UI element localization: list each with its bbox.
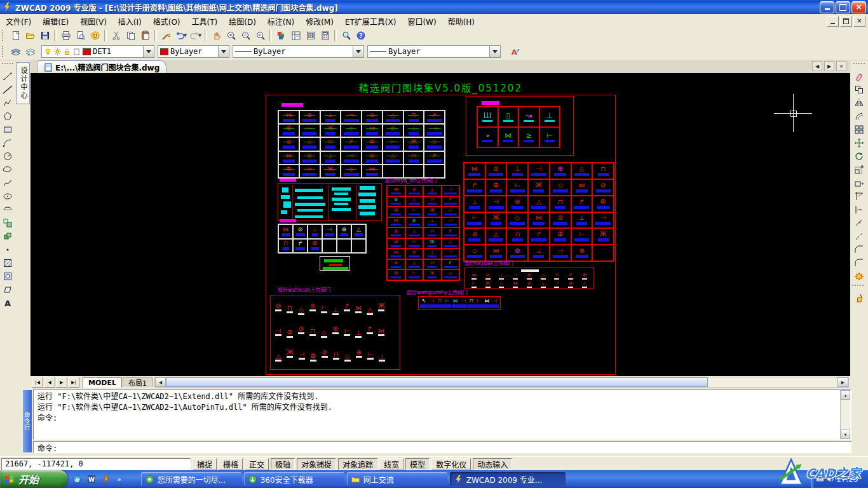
toggle-tablet[interactable]: 数字化仪 <box>431 458 471 470</box>
insert-block-button[interactable] <box>1 216 15 229</box>
command-input[interactable]: 命令: <box>33 441 851 453</box>
array-button[interactable] <box>852 123 866 136</box>
toggle-grid[interactable]: 栅格 <box>219 458 243 470</box>
tab-layout1[interactable]: 布局1 <box>123 377 153 387</box>
menu-item[interactable]: 修改(M) <box>300 14 339 29</box>
design-center-button[interactable] <box>288 29 303 43</box>
menu-item[interactable]: 视图(V) <box>74 14 112 29</box>
erase-button[interactable] <box>852 69 866 83</box>
stretch-button[interactable] <box>852 176 866 189</box>
make-block-button[interactable] <box>1 229 15 243</box>
toggle-polar[interactable]: 极轴 <box>271 458 295 470</box>
menu-item[interactable]: 格式(O) <box>147 14 186 29</box>
menu-item[interactable]: 文件(F) <box>0 14 37 29</box>
purge-button[interactable] <box>852 291 866 304</box>
next-tab-button[interactable]: ▶ <box>56 377 67 388</box>
scroll-up-button[interactable]: ▲ <box>841 390 850 400</box>
zoom-window-button[interactable] <box>238 29 253 43</box>
open-button[interactable] <box>23 29 37 43</box>
lineweight-combo[interactable]: ByLayer <box>367 45 501 58</box>
minimize-button[interactable] <box>820 1 834 13</box>
clock[interactable]: 17:25 <box>836 475 858 484</box>
rectangle-button[interactable] <box>1 123 15 136</box>
copy-button[interactable] <box>123 29 138 43</box>
horizontal-scrollbar[interactable]: ◀ ▶ <box>154 377 849 388</box>
plot-button[interactable] <box>58 29 73 43</box>
tool-palettes-button[interactable] <box>303 29 318 43</box>
ie-quicklaunch-button[interactable]: e <box>71 473 83 485</box>
color-combo[interactable]: ByLayer <box>158 45 229 58</box>
toggle-osnap[interactable]: 对象捕捉 <box>297 458 336 470</box>
start-button[interactable]: 开始 <box>0 470 67 488</box>
layer-combo-dropdown[interactable] <box>143 46 154 57</box>
last-tab-button[interactable]: ▶| <box>68 377 79 388</box>
paste-button[interactable] <box>138 29 153 43</box>
arc-button[interactable] <box>1 136 15 149</box>
menu-item[interactable]: 编辑(E) <box>37 14 74 29</box>
close-button[interactable]: × <box>851 1 866 13</box>
word-quicklaunch-button[interactable]: W <box>85 473 97 485</box>
text-style-button[interactable]: A <box>508 44 522 58</box>
save-button[interactable] <box>37 29 52 43</box>
layer-combo[interactable]: DET1 <box>41 45 154 58</box>
scale-button[interactable] <box>852 163 866 176</box>
construction-line-button[interactable] <box>1 83 15 96</box>
text-button[interactable]: A <box>1 296 15 309</box>
scroll-right-button[interactable]: ▶ <box>837 377 848 387</box>
menu-item[interactable]: 绘图(D) <box>223 14 262 29</box>
rotate-button[interactable] <box>852 149 866 163</box>
new-button[interactable] <box>8 29 23 43</box>
offset-button[interactable] <box>852 109 866 123</box>
prev-tab-button[interactable]: ◀ <box>44 377 55 388</box>
tab-next-button[interactable]: ▶ <box>824 61 834 71</box>
command-history[interactable]: 运行 "F:\软件类\中望CA~1\ZWCAD2~1\Extend.dll" 所… <box>33 390 851 440</box>
command-window-titlebar[interactable]: 命令行 <box>23 390 32 452</box>
drawing-canvas[interactable]: 精选阀门图块集V5.0版_051202⋈⊘⊥⊣⊕△⊓↱Ф⊢Ж◇⋈⊘⊥⊣⊕△⊓↱Ф… <box>31 73 850 376</box>
zoom-previous-button[interactable] <box>253 29 268 43</box>
toggle-model[interactable]: 模型 <box>405 458 430 470</box>
preview-button[interactable] <box>73 29 88 43</box>
trim-button[interactable] <box>852 189 866 203</box>
circle-button[interactable] <box>1 149 15 163</box>
toggle-ortho[interactable]: 正交 <box>245 458 269 470</box>
ellipse-button[interactable] <box>1 189 15 203</box>
mdi-close-button[interactable]: × <box>853 16 865 27</box>
toolbar-grip[interactable] <box>2 30 6 41</box>
command-scrollbar[interactable]: ▲ ▼ <box>840 390 850 439</box>
linetype-combo[interactable]: ByLayer <box>233 45 364 58</box>
layers-button[interactable] <box>8 44 23 58</box>
spline-button[interactable] <box>1 176 15 189</box>
menu-item[interactable]: ET扩展工具(X) <box>339 14 402 29</box>
extend-button[interactable] <box>852 203 866 216</box>
task-downloader[interactable]: 360安全下载器 <box>244 472 344 486</box>
break-at-point-button[interactable] <box>852 216 866 229</box>
toggle-dyn[interactable]: 动态输入 <box>473 458 512 470</box>
color-combo-dropdown[interactable] <box>218 46 229 57</box>
menu-item[interactable]: 窗口(W) <box>402 14 442 29</box>
zoom-realtime-button[interactable] <box>224 29 238 43</box>
task-browser[interactable]: 您所需要的一切尽... <box>141 472 241 486</box>
menu-item[interactable]: 工具(T) <box>186 14 224 29</box>
toggle-lineweight[interactable]: 线宽 <box>379 458 403 470</box>
mirror-button[interactable] <box>852 96 866 109</box>
match-properties-button[interactable] <box>159 29 173 43</box>
linetype-combo-dropdown[interactable] <box>353 46 363 57</box>
toolbar-grip[interactable] <box>2 63 13 67</box>
tab-close-button[interactable]: × <box>836 61 846 71</box>
scroll-down-button[interactable]: ▼ <box>841 430 850 439</box>
toolbar-grip[interactable] <box>2 46 6 57</box>
winamp-quicklaunch-button[interactable] <box>100 473 112 485</box>
redo-button[interactable]: ▼ <box>188 29 203 43</box>
chamfer-button[interactable] <box>852 243 866 256</box>
lineweight-combo-dropdown[interactable] <box>489 46 500 57</box>
task-folder[interactable]: 网上交流 <box>347 472 447 486</box>
calculator-button[interactable] <box>318 29 332 43</box>
maximize-button[interactable] <box>836 1 850 13</box>
tray-volume-icon[interactable] <box>826 475 834 484</box>
mdi-minimize-button[interactable] <box>827 16 839 27</box>
pan-button[interactable] <box>209 29 224 43</box>
toggle-otrack[interactable]: 对象追踪 <box>338 458 377 470</box>
properties-button[interactable] <box>274 29 288 43</box>
copy-object-button[interactable] <box>852 83 866 96</box>
document-tab[interactable]: E:\...\精选阀门图块合集.dwg <box>37 60 166 73</box>
